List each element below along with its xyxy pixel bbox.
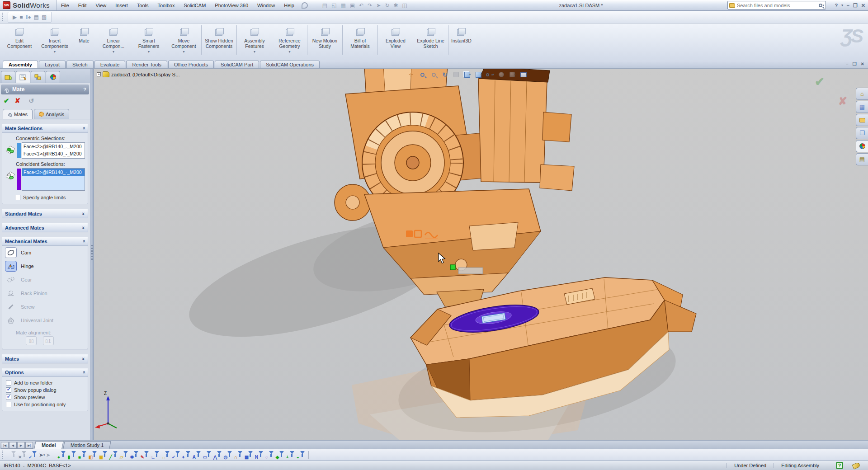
menu-item[interactable]: Edit [74,1,91,10]
filter-datums-icon[interactable]: ▭ [203,451,212,459]
restore-button[interactable]: ❐ [853,3,858,9]
mechanical-mates-header[interactable]: Mechanical Mates » [2,237,88,246]
search-box[interactable]: ▾ [727,1,826,9]
tab-solidcam-operations[interactable]: SolidCAM Operations [260,61,320,68]
tab-evaluate[interactable]: Evaluate [94,61,126,68]
print-icon[interactable]: ▣ [350,2,355,9]
standard-mates-header[interactable]: Standard Mates » [2,209,88,218]
filter-datum-targets-icon[interactable]: ◎ [224,451,232,459]
design-library-tab[interactable]: ▦ [856,101,868,113]
tab-model[interactable]: Model [34,441,63,449]
command-dropdown-icon[interactable]: ▾ [254,50,255,54]
redo-icon[interactable]: ↷ [368,2,372,9]
menu-item[interactable]: SolidCAM [179,1,210,10]
smart-fasteners-button[interactable]: Smart Fasteners ▾ [131,25,166,55]
tree-expand-icon[interactable]: + [97,72,101,76]
undo-icon[interactable]: ↶ [359,2,363,9]
help-button[interactable]: ? [835,3,838,8]
selection-item[interactable]: Face<3>@IRB140_-_M200 [22,169,85,176]
pm-tab-analysis[interactable]: Analysis [34,109,69,119]
panel-splitter[interactable] [90,69,94,440]
pan-icon[interactable] [451,70,461,79]
zoom-to-area-icon[interactable] [417,70,427,79]
rotate-view-icon[interactable]: ↻ [440,70,450,79]
custom-properties-tab[interactable]: ▤ [856,153,868,165]
tab-assembly[interactable]: Assembly [3,61,38,68]
filter-sketch-segments-icon[interactable]: ✎ [141,451,149,459]
coincident-selection-list[interactable]: Face<3>@IRB140_-_M200 [22,168,85,191]
search-scope-icon[interactable] [729,3,735,8]
feature-manager-tab[interactable] [1,71,15,83]
menu-item[interactable]: Tools [132,1,153,10]
filter-axes-icon[interactable]: ╱ [109,451,118,459]
edit-component-button[interactable]: Edit Component [2,25,37,55]
undo-button[interactable]: ↺ [28,97,34,104]
first-tab-button[interactable]: |◀ [1,442,9,449]
save-animation-icon[interactable]: ▤ [34,14,39,20]
command-dropdown-icon[interactable]: ▾ [148,50,150,54]
select-arrow-icon[interactable]: ➤ [39,452,43,458]
mate-type-cam[interactable]: Cam [2,246,88,259]
filter-sketch-points-icon[interactable]: ✱ [130,451,139,459]
next-tab-button[interactable]: ▶ [17,442,25,449]
filter-notes-icon[interactable]: A [193,451,201,459]
new-file-icon[interactable]: ▤ [322,2,327,9]
filter-annotations-icon[interactable]: N [255,451,264,459]
feature-tree-root[interactable]: + zadaca1 (Default<Display S... [97,71,180,77]
bill-of-materials-button[interactable]: Bill of Materials [343,25,378,55]
tab-sketch[interactable]: Sketch [66,61,94,68]
menu-item[interactable]: File [57,1,74,10]
menu-item[interactable]: Toolbox [153,1,179,10]
instant3d-button[interactable]: Instant3D [448,25,474,49]
search-input[interactable] [737,3,819,8]
select-all-filters-icon[interactable]: ✓ [28,451,37,459]
options-icon[interactable]: ✱ [393,2,398,9]
search-swirl-icon[interactable] [302,2,308,9]
linear-component-pattern-button[interactable]: Linear Compon... ▾ [96,25,131,55]
show-preview-checkbox[interactable] [6,395,11,400]
advanced-mates-header[interactable]: Advanced Mates » [2,223,88,232]
mate-button[interactable]: Mate [72,25,96,49]
filter-planes-icon[interactable]: ▱ [120,451,128,459]
tab-office-products[interactable]: Office Products [168,61,214,68]
filter-solid-bodies-icon[interactable]: ▣ [99,451,108,459]
help-dropdown-icon[interactable]: ▾ [841,4,843,7]
ok-button[interactable]: ✔ [4,97,9,105]
toolbar-grip[interactable] [2,13,5,22]
magnified-selection-icon[interactable]: ➤ [46,452,51,458]
tags-icon[interactable] [852,462,860,470]
menu-item[interactable]: Insert [111,1,132,10]
tab-render-tools[interactable]: Render Tools [126,61,167,68]
select-dropdown-icon[interactable]: ▾ [43,453,45,457]
view-palette-tab[interactable]: ❐ [856,127,868,139]
filter-surface-finish-icon[interactable]: ✓ [172,451,180,459]
use-for-positioning-only-checkbox[interactable] [6,402,11,407]
mate-type-universal-joint[interactable]: Universal Joint [2,314,88,327]
assembly-features-button[interactable]: Assembly Features ▾ [237,25,272,55]
last-tab-button[interactable]: ▶| [25,442,33,449]
play-icon[interactable]: ▶ [13,14,17,20]
apply-scene-icon[interactable]: ▾ [508,70,518,79]
selection-item[interactable]: Face<2>@IRB140_-_M200 [22,143,85,150]
filter-vertices-icon[interactable]: ● [57,451,66,459]
filter-geometric-tolerances-icon[interactable]: ⌖ [182,451,191,459]
command-dropdown-icon[interactable]: ▾ [288,50,290,54]
command-dropdown-icon[interactable]: ▾ [54,50,56,54]
property-manager-tab[interactable] [16,71,30,83]
add-to-new-folder-checkbox[interactable] [6,380,11,385]
command-dropdown-icon[interactable]: ▾ [183,50,184,54]
confirm-cancel-icon[interactable]: ✘ [838,95,847,108]
angle-limits-checkbox[interactable] [15,195,20,200]
collapse-chevron-icon[interactable]: » [81,240,86,243]
panel-help-icon[interactable]: ? [83,87,86,92]
filter-connection-points-icon[interactable]: + [286,451,295,459]
filter-midpoints-icon[interactable]: ◆ [276,451,284,459]
mate-type-gear[interactable]: Gear [2,273,88,287]
clear-all-filters-icon[interactable]: ✕ [18,451,27,459]
filter-weld-symbols-icon[interactable]: ⋀ [213,451,222,459]
quick-tips-icon[interactable]: ? [836,462,843,469]
mate-type-screw[interactable]: Screw [2,300,88,314]
graphics-viewport[interactable]: Z + zadaca1 (Default<Display S... ⊹ [94,69,868,440]
close-button[interactable]: ✕ [861,3,865,9]
save-icon[interactable]: ▦ [341,2,346,9]
